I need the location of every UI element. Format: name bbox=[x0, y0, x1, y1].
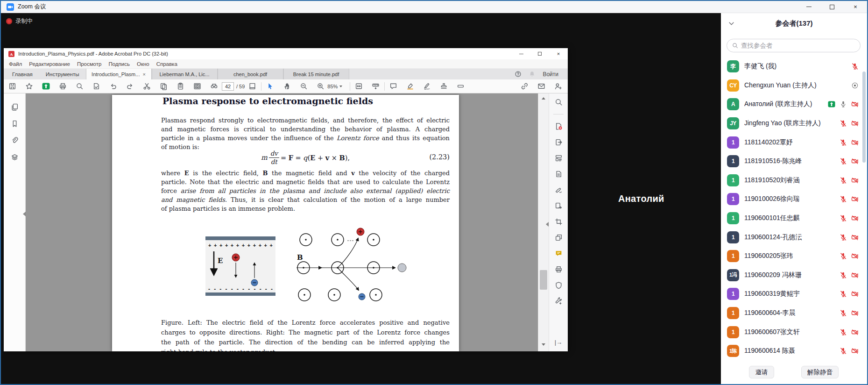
scrollbar-thumb[interactable] bbox=[540, 270, 547, 290]
copy-icon[interactable] bbox=[160, 82, 168, 90]
menu-item[interactable]: Редактирование bbox=[29, 61, 70, 67]
clipboard-icon[interactable] bbox=[176, 82, 184, 90]
add-user-icon[interactable] bbox=[554, 82, 562, 90]
scan-ocr-icon[interactable] bbox=[555, 170, 563, 178]
invite-button[interactable]: 邀请 bbox=[749, 366, 774, 378]
cut-icon[interactable] bbox=[143, 82, 151, 90]
participant-name: 1190100026徐向瑞 bbox=[744, 195, 840, 203]
document-tab[interactable]: chen_book.pdf bbox=[218, 69, 283, 79]
protect-icon[interactable] bbox=[555, 281, 563, 289]
attachments-icon[interactable] bbox=[11, 136, 19, 144]
participant-row[interactable]: 11190100026徐向瑞 bbox=[721, 190, 862, 209]
collapse-right-panel-icon[interactable] bbox=[546, 222, 549, 227]
minimize-button[interactable] bbox=[797, 1, 820, 13]
hand-icon[interactable] bbox=[283, 82, 291, 90]
create-pdf-icon[interactable] bbox=[555, 122, 563, 130]
email-icon[interactable] bbox=[537, 82, 545, 90]
notification-bell-icon[interactable] bbox=[529, 71, 536, 78]
menu-item[interactable]: Просмотр bbox=[77, 61, 102, 67]
page-number-input[interactable]: 42 bbox=[222, 82, 234, 91]
participant-row[interactable]: CYChengxun Yuan (主持人) bbox=[721, 76, 862, 95]
page-check-icon[interactable] bbox=[92, 82, 100, 90]
participant-row[interactable]: 11190600101任忠麒 bbox=[721, 209, 862, 228]
participants-panel: 参会者(137) 查找参会者 李李健飞 (我)CYChengxun Yuan (… bbox=[721, 13, 867, 384]
pointer-icon[interactable] bbox=[266, 82, 274, 90]
participant-row[interactable]: JYJingfeng Yao (联席主持人) bbox=[721, 114, 862, 133]
document-tab[interactable]: Lieberman M.A., Lic... bbox=[152, 69, 218, 79]
print-production-icon[interactable] bbox=[555, 265, 563, 273]
acrobat-minimize-button[interactable] bbox=[512, 48, 530, 59]
participant-row[interactable]: 1冯1190600209 冯林珊 bbox=[721, 266, 862, 285]
snapshot-icon[interactable] bbox=[193, 82, 201, 90]
page-view-icon[interactable] bbox=[248, 82, 256, 90]
sign-icon[interactable] bbox=[423, 82, 431, 90]
menu-item[interactable]: Файл bbox=[9, 61, 22, 67]
zoom-out-icon[interactable] bbox=[300, 82, 308, 90]
menu-item[interactable]: Подпись bbox=[108, 61, 130, 67]
zoom-level-select[interactable]: 85% bbox=[327, 84, 342, 89]
redo-icon[interactable] bbox=[126, 82, 134, 90]
highlighter-icon[interactable] bbox=[406, 82, 414, 90]
more-tools-icon[interactable] bbox=[555, 297, 563, 305]
fill-sign-icon[interactable] bbox=[555, 186, 563, 194]
undo-icon[interactable] bbox=[109, 82, 117, 90]
panel-scrollbar-thumb[interactable] bbox=[862, 71, 866, 163]
maximize-button[interactable] bbox=[820, 1, 844, 13]
layers-icon[interactable] bbox=[11, 153, 19, 161]
organize-pages-icon[interactable] bbox=[555, 154, 563, 162]
participant-row[interactable]: 11181910520刘睿涵 bbox=[721, 171, 862, 190]
ruler-icon[interactable] bbox=[372, 82, 380, 90]
search-tool-icon[interactable] bbox=[555, 98, 563, 106]
document-tab[interactable]: Break 15 minute.pdf bbox=[283, 69, 349, 79]
document-scrollbar[interactable] bbox=[538, 93, 549, 351]
page-thumbnails-icon[interactable] bbox=[11, 103, 19, 111]
sign-in-button[interactable]: Войти bbox=[543, 71, 558, 78]
close-tab-icon[interactable]: × bbox=[142, 71, 145, 77]
scroll-down-icon[interactable] bbox=[538, 341, 549, 348]
unmute-button[interactable]: 解除静音 bbox=[801, 366, 839, 378]
send-for-signature-icon[interactable] bbox=[555, 202, 563, 210]
crop-pages-icon[interactable] bbox=[555, 218, 563, 226]
participant-row[interactable]: 11190600124-孔德沄 bbox=[721, 228, 862, 247]
export-pdf-icon[interactable] bbox=[555, 138, 563, 146]
participant-name: 1181140202覃妤 bbox=[744, 138, 840, 147]
fit-width-icon[interactable] bbox=[355, 82, 363, 90]
favorites-icon[interactable] bbox=[25, 82, 33, 90]
tab-home[interactable]: Главная bbox=[6, 69, 39, 79]
comment-tool-icon[interactable] bbox=[555, 250, 563, 257]
acrobat-close-button[interactable]: × bbox=[549, 48, 568, 59]
comment-icon[interactable] bbox=[389, 82, 397, 90]
document-tab[interactable]: Introduction_Plasm...× bbox=[86, 69, 152, 79]
scroll-up-icon[interactable] bbox=[538, 95, 549, 101]
participant-row[interactable]: AАнатолий (联席主持人) bbox=[721, 95, 862, 114]
find-icon[interactable] bbox=[210, 82, 218, 90]
combine-files-icon[interactable] bbox=[555, 234, 563, 242]
link-icon[interactable] bbox=[521, 82, 529, 90]
participant-row[interactable]: 11190600319黄鲲宇 bbox=[721, 285, 862, 304]
participant-row[interactable]: 11190600205张玮 bbox=[721, 247, 862, 266]
participant-row[interactable]: 李李健飞 (我) bbox=[721, 57, 862, 76]
bookmarks-icon[interactable] bbox=[11, 120, 19, 128]
participant-row[interactable]: 11181910516-陈兆峰 bbox=[721, 152, 862, 171]
zoom-in-icon[interactable] bbox=[317, 82, 325, 90]
shape-icon[interactable] bbox=[457, 82, 465, 90]
avatar: 1陈 bbox=[727, 345, 739, 357]
menu-item[interactable]: Справка bbox=[156, 61, 177, 67]
shared-screen-stage: 录制中 Анатолий A Introduction_Plasma_Physi… bbox=[1, 13, 721, 384]
participant-row[interactable]: 11181140202覃妤 bbox=[721, 133, 862, 152]
participant-row[interactable]: 11190600607张文轩 bbox=[721, 322, 862, 342]
stamp-icon[interactable] bbox=[440, 82, 448, 90]
close-button[interactable]: × bbox=[844, 1, 867, 13]
participant-row[interactable]: 1陈1190600614 陈聂 bbox=[721, 342, 862, 361]
share-icon[interactable] bbox=[42, 82, 50, 90]
acrobat-maximize-button[interactable] bbox=[530, 48, 549, 59]
help-icon[interactable] bbox=[515, 71, 522, 78]
search-icon[interactable] bbox=[76, 82, 84, 90]
save-icon[interactable] bbox=[8, 82, 16, 90]
participant-row[interactable]: 11190600604-李晨 bbox=[721, 304, 862, 323]
print-icon[interactable] bbox=[59, 82, 67, 90]
tab-tools[interactable]: Инструменты bbox=[39, 69, 86, 79]
menu-item[interactable]: Окно bbox=[137, 61, 149, 67]
expand-tools-icon[interactable]: |→ bbox=[555, 339, 562, 346]
search-participants-input[interactable]: 查找参会者 bbox=[727, 39, 861, 52]
